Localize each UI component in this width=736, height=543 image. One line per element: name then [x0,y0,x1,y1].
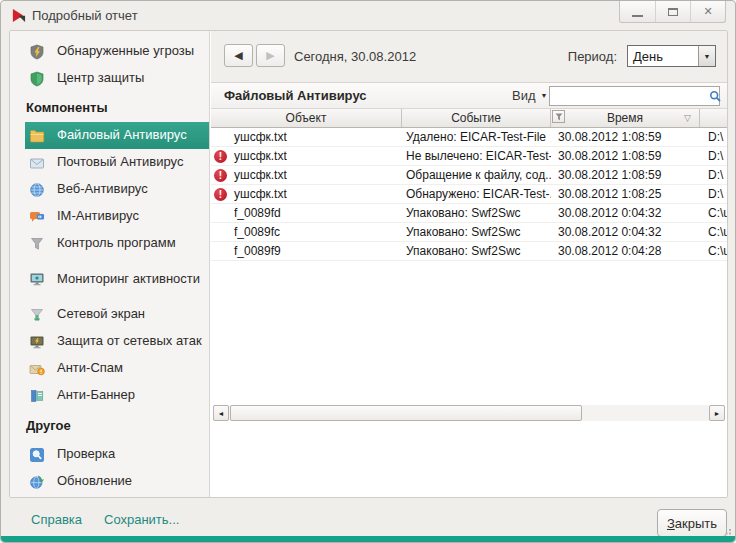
sidebar-item-label: Анти-Спам [57,361,123,376]
sidebar-item-anti-spam[interactable]: Анти-Спам [10,355,209,382]
sidebar-item-im-antivirus[interactable]: IM-Антивирус [10,203,209,230]
object-name: f_0089f9 [234,244,281,258]
im-chat-icon [29,209,47,225]
forward-button[interactable]: ▶ [256,44,285,67]
object-name: ушсфк.txt [234,149,287,163]
period-select[interactable]: День ▼ [627,45,716,67]
back-icon: ◀ [234,49,242,62]
event-text: Упаковано: Swf2Swc [402,204,551,222]
sort-desc-icon: ▽ [684,113,691,123]
sidebar-item-label: Контроль программ [57,236,176,251]
scroll-left-button[interactable]: ◄ [213,405,229,421]
help-link[interactable]: Справка [31,512,82,527]
table-row[interactable]: !ушсфк.txt Не вылечено: EICAR-Test-... 3… [211,147,727,166]
event-time: 30.08.2012 1:08:59 [551,128,700,146]
alert-icon: ! [214,169,227,182]
column-header-path[interactable] [700,109,727,127]
column-header-event[interactable]: Событие [402,109,551,127]
scan-magnifier-icon [29,447,47,463]
resize-grip[interactable] [722,524,732,534]
close-button[interactable]: Закрыть [657,509,727,537]
event-time: 30.08.2012 1:08:59 [551,147,700,165]
sidebar-item-label: Анти-Баннер [57,388,135,403]
sidebar-item-label: Веб-Антивирус [57,182,148,197]
event-time: 30.08.2012 1:08:25 [551,185,700,203]
scrollbar-thumb[interactable] [230,405,582,421]
object-name: f_0089fd [234,206,281,220]
globe-icon [29,182,47,198]
report-window: Подробный отчет ✕ Обнаруженные угрозы Це… [0,0,736,543]
maximize-button[interactable] [655,1,690,22]
event-text: Обнаружено: EICAR-Test-... [402,185,551,203]
folder-icon [29,128,47,144]
sidebar-item-firewall[interactable]: Сетевой экран [10,301,209,328]
event-text: Упаковано: Swf2Swc [402,223,551,241]
sidebar-item-update[interactable]: Обновление [10,468,209,495]
shield-icon [29,71,47,87]
save-link[interactable]: Сохранить... [104,512,179,527]
sidebar-item-detected-threats[interactable]: Обнаруженные угрозы [10,38,209,65]
object-name: ушсфк.txt [234,187,287,201]
table-row[interactable]: ушсфк.txt Удалено: EICAR-Test-File 30.08… [211,128,727,147]
window-controls: ✕ [619,1,726,23]
report-header-bar: Файловый Антивирус Вид ▼ [211,83,727,109]
funnel-icon [29,236,47,252]
object-name: ушсфк.txt [234,168,287,182]
event-text: Упаковано: Swf2Swc [402,242,551,260]
table-body: ушсфк.txt Удалено: EICAR-Test-File 30.08… [211,128,727,261]
maximize-icon [668,8,678,16]
firewall-funnel-icon [29,307,47,323]
sidebar-item-mail-antivirus[interactable]: Почтовый Антивирус [10,149,209,176]
event-text: Удалено: EICAR-Test-File [402,128,551,146]
chevron-down-icon: ▼ [698,46,715,66]
close-window-button[interactable]: ✕ [690,1,725,22]
sidebar-item-web-antivirus[interactable]: Веб-Антивирус [10,176,209,203]
sidebar-item-anti-banner[interactable]: Анти-Баннер [10,382,209,409]
scroll-right-button[interactable]: ► [709,405,725,421]
view-dropdown[interactable]: Вид ▼ [512,88,547,103]
brand-accent-strip [1,536,735,542]
object-path: C:\us [700,223,727,241]
search-input[interactable] [550,88,709,104]
current-date-label: Сегодня, 30.08.2012 [294,49,416,64]
back-button[interactable]: ◀ [224,44,253,67]
table-row[interactable]: f_0089f9 Упаковано: Swf2Swc 30.08.2012 0… [211,242,727,261]
event-text: Не вылечено: EICAR-Test-... [402,147,551,165]
sidebar-item-label: Обнаруженные угрозы [57,44,194,59]
sidebar-item-network-attack-protection[interactable]: Защита от сетевых атак [10,328,209,355]
sidebar-item-file-antivirus[interactable]: Файловый Антивирус [25,122,209,149]
network-attack-icon [29,334,47,350]
sidebar-item-label: Обновление [57,474,132,489]
period-value: День [628,49,698,64]
table-row[interactable]: !ушсфк.txt Обнаружено: EICAR-Test-... 30… [211,185,727,204]
filter-icon[interactable] [552,110,565,123]
object-path: D:\ [700,166,727,184]
sidebar-item-scan[interactable]: Проверка [10,441,209,468]
minimize-button[interactable] [620,1,655,22]
event-time: 30.08.2012 0:04:32 [551,204,700,222]
table-row[interactable]: f_0089fd Упаковано: Swf2Swc 30.08.2012 0… [211,204,727,223]
table-row[interactable]: !ушсфк.txt Обращение к файлу, сод... 30.… [211,166,727,185]
table-row[interactable]: f_0089fc Упаковано: Swf2Swc 30.08.2012 0… [211,223,727,242]
search-box [549,86,720,106]
titlebar: Подробный отчет ✕ [1,1,735,29]
horizontal-scrollbar[interactable]: ◄ ► [213,405,725,421]
sidebar-section-other: Другое [10,409,209,441]
sidebar-item-protection-center[interactable]: Центр защиты [10,65,209,92]
sidebar-item-label: IM-Антивирус [57,209,139,224]
column-header-object[interactable]: Объект [211,109,402,127]
sidebar: Обнаруженные угрозы Центр защиты Компоне… [10,31,210,497]
sidebar-item-label: Центр защиты [57,71,144,86]
scroll-left-icon: ◄ [218,410,225,417]
column-header-time-label: Время [607,111,643,125]
period-label: Период: [568,49,617,64]
minimize-icon [632,15,643,17]
object-path: D:\ [700,147,727,165]
sidebar-item-label: Проверка [57,447,115,462]
column-header-time[interactable]: Время ▽ [551,109,700,127]
event-text: Обращение к файлу, сод... [402,166,551,184]
sidebar-item-activity-monitor[interactable]: Мониторинг активности [10,257,209,301]
event-time: 30.08.2012 0:04:28 [551,242,700,260]
sidebar-item-app-control[interactable]: Контроль программ [10,230,209,257]
object-name: f_0089fc [234,225,280,239]
